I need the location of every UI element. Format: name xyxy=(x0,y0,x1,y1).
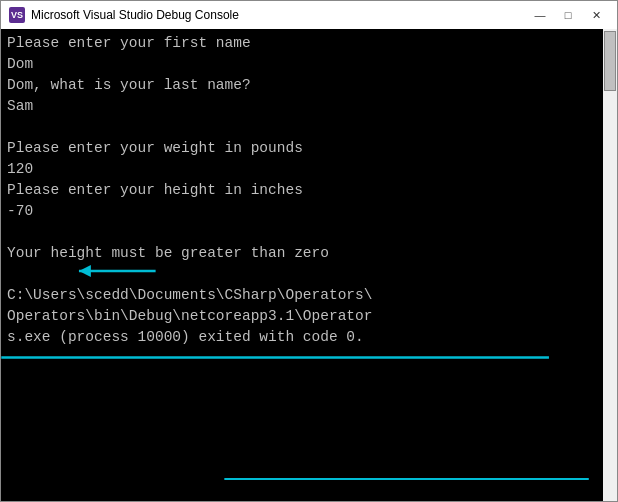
scrollbar[interactable] xyxy=(603,29,617,501)
window: VS Microsoft Visual Studio Debug Console… xyxy=(0,0,618,502)
app-icon: VS xyxy=(9,7,25,23)
console-output: Please enter your first name Dom Dom, wh… xyxy=(7,33,597,348)
console-area: Please enter your first name Dom Dom, wh… xyxy=(1,29,617,501)
window-controls: — □ ✕ xyxy=(527,5,609,25)
scrollbar-thumb[interactable] xyxy=(604,31,616,91)
console-content: Please enter your first name Dom Dom, wh… xyxy=(1,29,603,501)
maximize-button[interactable]: □ xyxy=(555,5,581,25)
window-title: Microsoft Visual Studio Debug Console xyxy=(31,8,521,22)
close-button[interactable]: ✕ xyxy=(583,5,609,25)
title-bar: VS Microsoft Visual Studio Debug Console… xyxy=(1,1,617,29)
minimize-button[interactable]: — xyxy=(527,5,553,25)
